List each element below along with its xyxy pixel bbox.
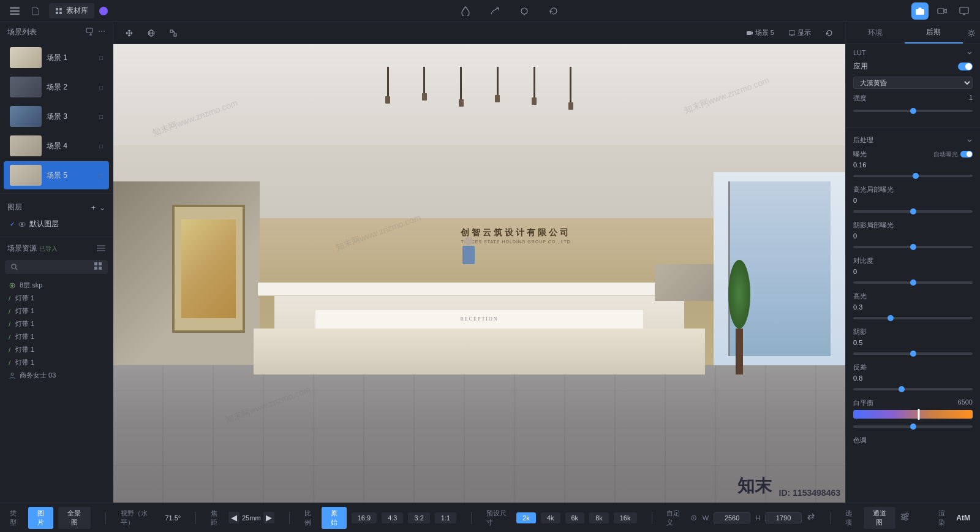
assets-list: 8层.skp / 灯带 1 / 灯带 1 / 灯带 1 / 灯带 1 <box>0 276 113 503</box>
curve-icon[interactable] <box>486 2 503 20</box>
auto-exposure-toggle[interactable] <box>960 151 973 158</box>
options-label: 选项 <box>845 509 859 527</box>
ratio-3-2-btn[interactable]: 3:2 <box>408 512 429 523</box>
post-section: 后处理 曝光 自动曝光 0.16 <box>846 131 980 452</box>
asset-item-4[interactable]: / 灯带 1 <box>0 343 113 356</box>
exposure-slider[interactable] <box>853 175 973 177</box>
lut-preset-select[interactable]: 大漠黄昏 <box>853 77 973 89</box>
camera-icon[interactable] <box>911 2 929 20</box>
apply-toggle[interactable] <box>958 63 973 70</box>
tab-post[interactable]: 后期 <box>905 22 963 44</box>
ratio-original-btn[interactable]: 原始 <box>322 507 347 529</box>
size-8k-btn[interactable]: 8k <box>589 512 609 523</box>
shadow-local-row: 阴影局部曝光 0 <box>853 221 973 250</box>
scene-item-3[interactable]: 场景 3 □ <box>4 102 109 131</box>
asset-item-3[interactable]: / 灯带 1 <box>0 330 113 343</box>
size-6k-btn[interactable]: 6k <box>565 512 585 523</box>
global-btn[interactable] <box>143 28 160 39</box>
channel-btn[interactable]: 通道图 <box>864 507 895 529</box>
width-input[interactable] <box>714 512 750 523</box>
default-layer-item[interactable]: ✓ 默认图层 <box>0 216 113 232</box>
highlight-value: 0.3 <box>853 303 973 311</box>
refresh-btn[interactable] <box>821 28 838 39</box>
right-settings-btn[interactable] <box>963 29 980 37</box>
focal-decrease-btn[interactable]: ◀ <box>228 512 239 523</box>
height-input[interactable] <box>765 512 802 523</box>
ratio-group: 比例 原始 16:9 4:3 3:2 1:1 <box>304 507 457 529</box>
svg-rect-38 <box>789 31 795 35</box>
post-collapse-icon[interactable] <box>967 137 973 143</box>
panorama-btn[interactable]: 全景图 <box>58 507 90 529</box>
assets-search-input[interactable] <box>21 264 91 271</box>
layer-check-icon: ✓ <box>10 221 15 227</box>
snap-btn[interactable] <box>165 28 182 39</box>
swap-dimensions-btn[interactable] <box>807 512 815 523</box>
more-scenes-btn[interactable]: ⋯ <box>98 27 105 37</box>
add-layer-btn[interactable]: + <box>91 203 96 212</box>
focal-increase-btn[interactable]: ▶ <box>263 512 274 523</box>
highlight-slider[interactable] <box>853 317 973 319</box>
shadow-slider[interactable] <box>853 352 973 355</box>
contrast-slider[interactable] <box>853 281 973 284</box>
add-scene-btn[interactable] <box>86 27 94 37</box>
layer-section: 图层 + ⌄ ✓ 默认图层 <box>0 196 113 234</box>
rotate-icon[interactable] <box>545 2 562 20</box>
asset-item-6[interactable]: 商务女士 03 <box>0 369 113 382</box>
asset-file-item[interactable]: 8层.skp <box>0 279 113 292</box>
lut-collapse-icon[interactable] <box>967 50 973 56</box>
topbar-left: 素材库 <box>7 2 108 20</box>
shadow-local-slider[interactable] <box>853 246 973 248</box>
asset-item-5[interactable]: / 灯带 1 <box>0 356 113 369</box>
desk-white-panel: RECEPTION <box>315 310 643 329</box>
intensity-label-row: 强度 1 <box>853 94 973 103</box>
bottombar: 类型 图片 全景图 视野（水平） 71.5° 焦距 ◀ 25mm ▶ 比例 原始… <box>0 503 980 532</box>
photo-btn[interactable]: 图片 <box>28 507 54 529</box>
size-4k-btn[interactable]: 4k <box>541 512 560 523</box>
more-options-btn[interactable] <box>900 512 909 523</box>
assets-view-toggle[interactable] <box>97 245 105 253</box>
intensity-slider[interactable] <box>853 110 973 112</box>
scene-item-2[interactable]: 场景 2 □ <box>4 73 109 101</box>
wb-slider[interactable] <box>853 425 973 428</box>
video-icon[interactable] <box>933 2 951 20</box>
layer-header: 图层 + ⌄ <box>0 199 113 216</box>
scene-label-btn[interactable]: 场景 5 <box>742 26 779 39</box>
shadow-row: 阴影 0.5 <box>853 327 973 357</box>
tab-environment[interactable]: 环境 <box>846 23 905 43</box>
fov-label: 视野（水平） <box>121 509 160 527</box>
size-2k-btn[interactable]: 2k <box>516 512 536 523</box>
highlight-local-slider[interactable] <box>853 210 973 213</box>
ratio-16-9-btn[interactable]: 16:9 <box>352 512 377 523</box>
canvas-viewport[interactable]: RECEPTION 创智云筑设计有限公司 TRACES STATE HOLDIN… <box>113 44 845 503</box>
asset-item-2[interactable]: / 灯带 1 <box>0 317 113 330</box>
scene-item-4[interactable]: 场景 4 □ <box>4 132 109 160</box>
exposure-value: 0.16 <box>853 161 973 169</box>
swap-icon <box>807 512 815 521</box>
lasso-icon[interactable] <box>516 2 533 20</box>
file-icon[interactable] <box>27 2 44 20</box>
scene-item-5[interactable]: 场景 5 □ <box>4 161 109 189</box>
light-2 <box>423 67 425 101</box>
diffuse-slider[interactable] <box>853 388 973 390</box>
more-layers-btn[interactable]: ⌄ <box>99 203 105 212</box>
assets-search-bar[interactable] <box>5 260 108 274</box>
ratio-1-1-btn[interactable]: 1:1 <box>435 512 456 523</box>
ratio-4-3-btn[interactable]: 4:3 <box>382 512 403 523</box>
size-16k-btn[interactable]: 16k <box>614 512 637 523</box>
preset-select-row: 大漠黄昏 <box>853 77 973 89</box>
move-tool-btn[interactable] <box>121 28 138 39</box>
asset-library-button[interactable]: 素材库 <box>49 3 94 18</box>
auto-exposure-group: 自动曝光 <box>933 150 973 159</box>
asset-item-0[interactable]: / 灯带 1 <box>0 292 113 305</box>
exposure-row: 曝光 自动曝光 0.16 <box>853 150 973 179</box>
light-slash-icon-1: / <box>9 308 10 315</box>
asset-item-1[interactable]: / 灯带 1 <box>0 305 113 317</box>
auto-exposure-dot <box>967 151 972 157</box>
scene-item-1[interactable]: 场景 1 □ <box>4 44 109 72</box>
assets-grid-icon[interactable] <box>94 262 102 272</box>
menu-button[interactable] <box>7 4 22 18</box>
water-drop-icon[interactable] <box>457 2 474 20</box>
display-btn[interactable]: 显示 <box>784 26 816 39</box>
monitor-icon[interactable] <box>956 2 973 20</box>
topbar-right <box>911 2 973 20</box>
